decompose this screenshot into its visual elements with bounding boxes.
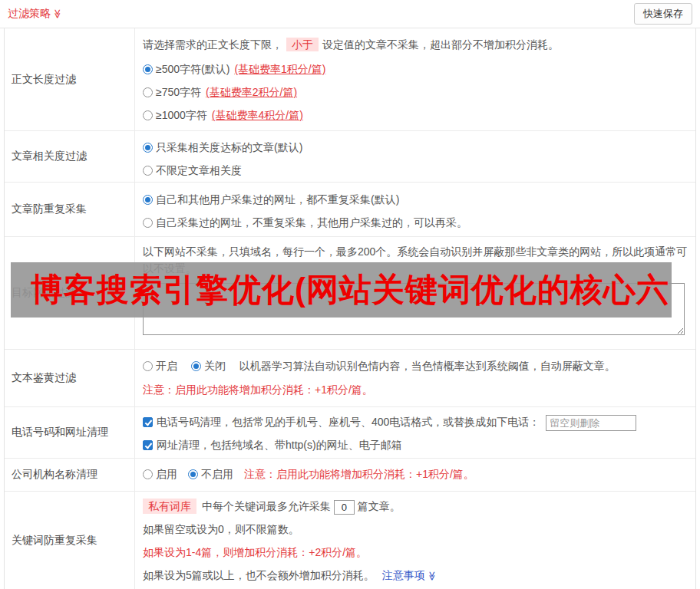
radio-icon[interactable] [143, 143, 153, 153]
radio-option-500-chars[interactable]: ≥500字符(默认)(基础费率1积分/篇) [143, 58, 688, 81]
company-cleanup-note: 注意：启用此功能将增加积分消耗：+1积分/篇。 [244, 468, 474, 482]
radio-option-dedupe-self-only[interactable]: 自己采集过的网址，不重复采集，其他用户采集过的，可以再采。 [143, 211, 688, 234]
radio-option-company-enable[interactable]: 启用 [143, 468, 177, 482]
quick-save-label: 快速保存 [643, 8, 683, 19]
row-label-porn-filter: 文本鉴黄过滤 [5, 350, 135, 406]
row-label-relevance: 文章相关度过滤 [5, 131, 135, 182]
row-label-dedupe: 文章防重复采集 [5, 183, 135, 236]
row-label-body-length: 正文长度过滤 [5, 28, 135, 130]
body-length-content: 请选择需求的正文长度下限，小于设定值的文章不采集，超出部分不增加积分消耗。 ≥5… [135, 28, 695, 130]
radio-label: 启用 [156, 468, 177, 480]
promo-overlay: 博客搜索引擎优化(网站关键词优化的核心六 [11, 262, 672, 318]
row-label-keyword-dedupe: 关键词防重复采集 [5, 492, 135, 589]
radio-label: 只采集相关度达标的文章(默认) [156, 141, 302, 153]
chevron-down-icon: ≫ [421, 571, 444, 581]
radio-label: ≥1000字符 [156, 109, 207, 121]
radio-icon[interactable] [143, 218, 153, 228]
radio-option-1000-chars[interactable]: ≥1000字符(基础费率4积分/篇) [143, 104, 688, 127]
radio-icon[interactable] [143, 195, 153, 205]
porn-filter-note: 注意：启用此功能将增加积分消耗：+1积分/篇。 [143, 377, 688, 402]
dedupe-content: 自己和其他用户采集过的网址，都不重复采集(默认) 自己采集过的网址，不重复采集，… [135, 183, 695, 236]
intro-text-before: 请选择需求的正文长度下限， [143, 38, 282, 51]
radio-label: 不启用 [201, 468, 233, 480]
row-body-length-filter: 正文长度过滤 请选择需求的正文长度下限，小于设定值的文章不采集，超出部分不增加积… [5, 28, 695, 131]
porn-filter-desc: 以机器学习算法自动识别色情内容，当色情概率达到系统阈值，自动屏蔽文章。 [239, 360, 616, 372]
keyword-note-line4: 如果设为5篇或以上，也不会额外增加积分消耗。 注意事项≫ [143, 564, 688, 587]
radio-label: ≥750字符 [156, 86, 201, 98]
radio-option-dedupe-all-users[interactable]: 自己和其他用户采集过的网址，都不重复采集(默认) [143, 188, 688, 211]
checkbox-label: 电话号码清理，包括常见的手机号、座机号、400电话格式，或替换成如下电话： [157, 416, 540, 428]
radio-icon[interactable] [143, 64, 153, 74]
phone-url-content: 电话号码清理，包括常见的手机号、座机号、400电话格式，或替换成如下电话： 网址… [135, 407, 695, 458]
private-thesaurus-tag: 私有词库 [143, 499, 196, 514]
radio-icon[interactable] [188, 469, 198, 479]
replacement-phone-input[interactable] [546, 415, 636, 431]
fee-note: (基础费率2积分/篇) [206, 86, 297, 98]
body-length-intro: 请选择需求的正文长度下限，小于设定值的文章不采集，超出部分不增加积分消耗。 [143, 36, 688, 53]
checkbox-phone-cleanup[interactable]: 电话号码清理，包括常见的手机号、座机号、400电话格式，或替换成如下电话： [143, 410, 540, 433]
fee-note: (基础费率1积分/篇) [234, 63, 325, 75]
keyword-dedupe-content: 私有词库中每个关键词最多允许采集 篇文章。 如果留空或设为0，则不限篇数。 如果… [135, 492, 695, 589]
radio-icon[interactable] [143, 166, 153, 176]
row-label-phone-url: 电话号码和网址清理 [5, 407, 135, 458]
radio-label: ≥500字符(默认) [156, 63, 229, 75]
radio-label: 自己采集过的网址，不重复采集，其他用户采集过的，可以再采。 [156, 216, 467, 229]
keyword-limit-text-end: 篇文章。 [358, 500, 401, 512]
row-porn-filter: 文本鉴黄过滤 开启 关闭 以机器学习算法自动识别色情内容，当色情概率达到系统阈值… [5, 350, 695, 407]
company-cleanup-content: 启用 不启用 注意：启用此功能将增加积分消耗：+1积分/篇。 [135, 459, 695, 491]
keyword-limit-line: 私有词库中每个关键词最多允许采集 篇文章。 [143, 495, 688, 518]
promo-overlay-text: 博客搜索引擎优化(网站关键词优化的核心六 [31, 268, 669, 311]
keyword-limit-text: 中每个关键词最多允许采集 [202, 500, 331, 512]
keyword-line4-text: 如果设为5篇或以上，也不会额外增加积分消耗。 [143, 569, 375, 581]
radio-icon[interactable] [143, 361, 153, 371]
page-title[interactable]: 过滤策略≫ [8, 7, 63, 21]
row-company-name-cleanup: 公司机构名称清理 启用 不启用 注意：启用此功能将增加积分消耗：+1积分/篇。 [5, 459, 695, 492]
radio-label: 不限定文章相关度 [156, 164, 242, 176]
fee-note: (基础费率4积分/篇) [212, 109, 303, 121]
radio-label: 自己和其他用户采集过的网址，都不重复采集(默认) [156, 193, 399, 206]
radio-option-no-relevance-limit[interactable]: 不限定文章相关度 [143, 159, 688, 182]
less-than-highlight: 小于 [286, 38, 319, 51]
radio-label: 开启 [156, 360, 177, 372]
radio-icon[interactable] [191, 361, 201, 371]
checkbox-url-cleanup[interactable]: 网址清理，包括纯域名、带http(s)的网址、电子邮箱 [143, 433, 402, 456]
phone-cleanup-line: 电话号码清理，包括常见的手机号、座机号、400电话格式，或替换成如下电话： [143, 410, 688, 433]
row-relevance-filter: 文章相关度过滤 只采集相关度达标的文章(默认) 不限定文章相关度 [5, 131, 695, 183]
row-dedupe-collect: 文章防重复采集 自己和其他用户采集过的网址，都不重复采集(默认) 自己采集过的网… [5, 183, 695, 237]
radio-icon[interactable] [143, 87, 153, 97]
page-title-text: 过滤策略 [8, 7, 51, 19]
radio-option-750-chars[interactable]: ≥750字符(基础费率2积分/篇) [143, 81, 688, 104]
notes-link[interactable]: 注意事项≫ [382, 569, 438, 581]
chevron-down-icon: ≫ [52, 9, 63, 19]
porn-filter-options-line: 开启 关闭 以机器学习算法自动识别色情内容，当色情概率达到系统阈值，自动屏蔽文章… [143, 354, 688, 377]
intro-text-after: 设定值的文章不采集，超出部分不增加积分消耗。 [322, 38, 559, 51]
radio-icon[interactable] [143, 110, 153, 120]
radio-option-relevance-only[interactable]: 只采集相关度达标的文章(默认) [143, 136, 688, 159]
keyword-note-line2: 如果留空或设为0，则不限篇数。 [143, 518, 688, 541]
relevance-content: 只采集相关度达标的文章(默认) 不限定文章相关度 [135, 131, 695, 182]
keyword-note-line3: 如果设为1-4篇，则增加积分消耗：+2积分/篇。 [143, 541, 688, 564]
checkbox-icon[interactable] [143, 417, 153, 427]
keyword-limit-input[interactable] [334, 500, 355, 515]
radio-option-porn-on[interactable]: 开启 [143, 354, 177, 377]
porn-filter-content: 开启 关闭 以机器学习算法自动识别色情内容，当色情概率达到系统阈值，自动屏蔽文章… [135, 350, 695, 406]
topbar: 过滤策略≫ 快速保存 [0, 0, 700, 28]
checkbox-icon[interactable] [143, 440, 153, 450]
row-phone-url-cleanup: 电话号码和网址清理 电话号码清理，包括常见的手机号、座机号、400电话格式，或替… [5, 407, 695, 459]
radio-option-company-disable[interactable]: 不启用 [188, 468, 233, 482]
url-cleanup-line: 网址清理，包括纯域名、带http(s)的网址、电子邮箱 [143, 433, 688, 456]
row-label-company-cleanup: 公司机构名称清理 [5, 459, 135, 491]
radio-label: 关闭 [204, 360, 226, 372]
radio-option-porn-off[interactable]: 关闭 [191, 354, 226, 377]
row-keyword-dedupe: 关键词防重复采集 私有词库中每个关键词最多允许采集 篇文章。 如果留空或设为0，… [5, 492, 695, 589]
notes-link-text: 注意事项 [382, 569, 425, 581]
quick-save-button[interactable]: 快速保存 [634, 3, 692, 25]
radio-icon[interactable] [143, 469, 153, 479]
checkbox-label: 网址清理，包括纯域名、带http(s)的网址、电子邮箱 [157, 439, 402, 451]
